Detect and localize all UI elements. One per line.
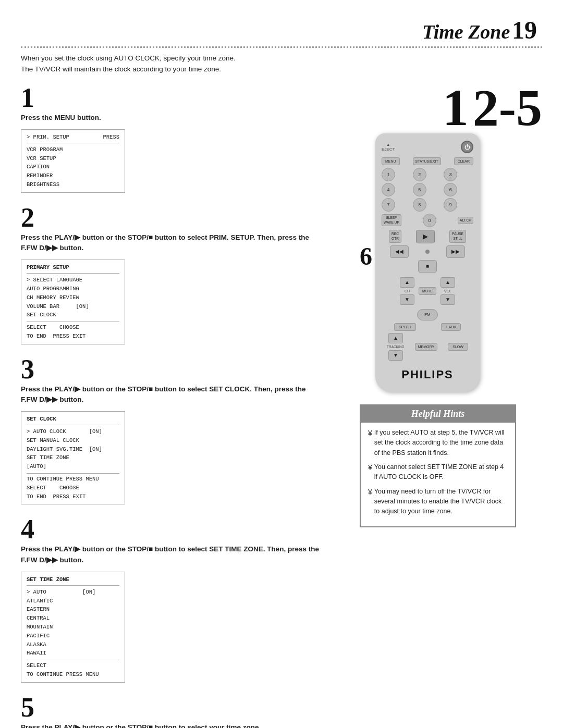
btn-6[interactable]: 6 [444, 183, 457, 196]
step-2-menu: PRIMARY SETUP > SELECT LANGUAGE AUTO PRO… [21, 260, 125, 344]
step-5-title: Press the PLAY/▶ button or the STOP/■ bu… [21, 722, 323, 728]
menu3-footer2: SELECT CHOOSE [27, 484, 119, 492]
intro-block: When you set the clock using AUTO CLOCK,… [21, 53, 323, 75]
page-number: 19 [512, 16, 537, 44]
step-4-number: 4 [21, 516, 323, 543]
step-2: 2 Press the PLAY/▶ button or the STOP/■ … [21, 204, 323, 344]
numpad: 1 2 3 4 5 6 7 8 9 [382, 168, 473, 212]
hint-1-bullet: ¥ [368, 428, 372, 458]
menu3-item5: [AUTO] [27, 462, 119, 471]
sleep-wakeup-button[interactable]: SLEEPWAKE UP [382, 214, 401, 226]
menu-button[interactable]: MENU [382, 157, 400, 165]
menu1-item4: REMINDER [27, 171, 119, 180]
ffwd-button[interactable]: ▶▶ [446, 245, 465, 258]
right-column: 1 2-5 6 ▲ EJECT [334, 84, 542, 728]
btn-8[interactable]: 8 [413, 198, 426, 212]
menu1-header-left: > PRIM. SETUP [27, 133, 69, 142]
menu4-item4: CENTRAL [27, 614, 119, 623]
pause-still-button[interactable]: PAUSESTILL [449, 230, 466, 243]
vol-down-button[interactable]: ▼ [440, 294, 455, 305]
menu3-item4: SET TIME ZONE [27, 453, 119, 462]
menu2-footer1: SELECT CHOOSE [27, 323, 119, 332]
speed-button[interactable]: SPEED [394, 323, 416, 331]
btn-7[interactable]: 7 [382, 198, 395, 212]
btn-2[interactable]: 2 [413, 168, 426, 181]
menu2-item2: AUTO PROGRAMMING [27, 285, 119, 293]
step-2-number: 2 [21, 204, 323, 231]
menu1-item3: CAPTION [27, 163, 119, 171]
btn-9[interactable]: 9 [444, 198, 457, 212]
menu3-footer3: TO END PRESS EXIT [27, 492, 119, 501]
menu1-header-right: PRESS [103, 133, 119, 142]
btn-5[interactable]: 5 [413, 183, 426, 196]
slow-button[interactable]: SLOW [448, 343, 468, 351]
tracking-up-button[interactable]: ▲ [388, 333, 403, 343]
menu1-item1: VCR PROGRAM [27, 145, 119, 154]
menu4-item5: MOUNTAIN [27, 623, 119, 632]
remote-wrapper: 6 ▲ EJECT ⏻ [375, 133, 500, 392]
eject-label: ▲ EJECT [382, 142, 395, 152]
hint-1: ¥ If you select AUTO at step 5, the TV/V… [368, 428, 508, 458]
menu2-item4: VOLUME BAR [ON] [27, 302, 119, 311]
menu2-item5: SET CLOCK [27, 311, 119, 319]
hint-1-text: If you select AUTO at step 5, the TV/VCR… [374, 428, 508, 458]
menu4-item2: ATLANTIC [27, 597, 119, 606]
step-5-number: 5 [21, 694, 323, 721]
rec-otr-button[interactable]: RECOTR [389, 230, 401, 243]
big-num-1: 1 [443, 84, 469, 131]
power-button[interactable]: ⏻ [461, 141, 473, 153]
menu3-item3: DAYLIGHT SVG.TIME [ON] [27, 445, 119, 454]
menu4-item1: > AUTO [ON] [27, 588, 119, 597]
stop-button[interactable]: ■ [418, 260, 437, 273]
rew-button[interactable]: ◀◀ [390, 245, 409, 258]
t-adv-button[interactable]: T.ADV [441, 323, 461, 331]
intro-line1: When you set the clock using AUTO CLOCK,… [21, 53, 323, 64]
btn-1[interactable]: 1 [382, 168, 395, 181]
hint-2-bullet: ¥ [368, 462, 372, 483]
btn-0[interactable]: 0 [423, 214, 436, 227]
vol-up-button[interactable]: ▲ [440, 277, 455, 288]
intro-line2: The TV/VCR will maintain the clock accor… [21, 64, 323, 75]
step-1-menu: > PRIM. SETUP PRESS VCR PROGRAM VCR SETU… [21, 129, 125, 193]
menu4-footer1: SELECT [27, 661, 119, 670]
menu4-item3: EASTERN [27, 605, 119, 614]
step-4: 4 Press the PLAY/▶ button or the STOP/■ … [21, 516, 323, 682]
menu2-footer2: TO END PRESS EXIT [27, 332, 119, 341]
ch-down-button[interactable]: ▼ [400, 294, 414, 305]
step-2-title: Press the PLAY/▶ button or the STOP/■ bu… [21, 232, 323, 254]
step-3-menu: SET CLOCK > AUTO CLOCK [ON] SET MANUAL C… [21, 411, 125, 504]
page: Time Zone 19 When you set the clock usin… [0, 0, 563, 728]
tracking-down-button[interactable]: ▼ [388, 350, 403, 361]
step-1-number: 1 [21, 84, 323, 112]
hint-2-text: You cannot select SET TIME ZONE at step … [374, 462, 508, 483]
play-button[interactable]: ▶ [416, 230, 435, 243]
ch-up-button[interactable]: ▲ [400, 277, 414, 288]
step-3-title: Press the PLAY/▶ button or the STOP/■ bu… [21, 384, 323, 405]
step-1: 1 Press the MENU button. > PRIM. SETUP P… [21, 84, 323, 193]
menu3-footer1: TO CONTINUE PRESS MENU [27, 475, 119, 484]
btn-4[interactable]: 4 [382, 183, 395, 196]
ch-label: CH [405, 289, 410, 293]
hint-3-bullet: ¥ [368, 487, 372, 517]
menu4-item8: HAWAII [27, 649, 119, 658]
fm-button[interactable]: FM [417, 309, 438, 320]
dot-indicator [425, 250, 430, 254]
step-4-title: Press the PLAY/▶ button or the STOP/■ bu… [21, 544, 323, 565]
helpful-hints-title: Helpful Hints [361, 405, 515, 423]
hint-3-text: You may need to turn off the TV/VCR for … [374, 487, 508, 517]
steps-column: 1 Press the MENU button. > PRIM. SETUP P… [21, 84, 323, 728]
step-1-title: Press the MENU button. [21, 113, 323, 123]
menu4-item6: PACIFIC [27, 632, 119, 640]
menu1-item5: BRIGHTNESS [27, 180, 119, 189]
btn-3[interactable]: 3 [444, 168, 457, 181]
memory-button[interactable]: MEMORY [415, 343, 437, 351]
step-5: 5 Press the PLAY/▶ button or the STOP/■ … [21, 694, 323, 728]
tracking-label: TRACKING [387, 345, 405, 349]
big-num-25: 2-5 [473, 84, 542, 131]
hint-2: ¥ You cannot select SET TIME ZONE at ste… [368, 462, 508, 483]
alt-ch-button[interactable]: ALT.CH [458, 217, 473, 224]
mute-button[interactable]: MUTE [419, 287, 436, 295]
step-3: 3 Press the PLAY/▶ button or the STOP/■ … [21, 356, 323, 505]
status-exit-button[interactable]: STATUS/EXIT [413, 157, 441, 165]
clear-button[interactable]: CLEAR [454, 157, 473, 165]
